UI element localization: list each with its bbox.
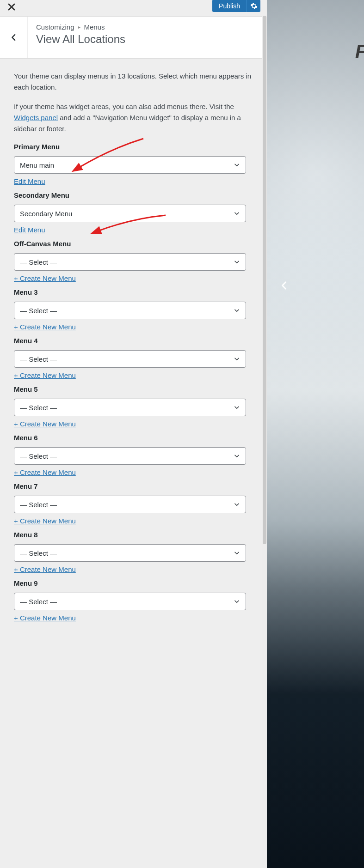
chevron-left-icon [10, 33, 18, 42]
edit-menu-link[interactable]: Edit Menu [14, 177, 45, 185]
menu-location-label: Menu 4 [14, 337, 253, 345]
menu-location-label: Menu 5 [14, 385, 253, 393]
menu-location: Menu 5— Select —+ Create New Menu [14, 385, 253, 428]
chevron-down-icon [234, 259, 240, 265]
chevron-down-icon [234, 210, 240, 217]
customizer-panel: Publish Customizing ▸ Menus View All Loc… [0, 0, 267, 868]
breadcrumb-current: Menus [84, 23, 105, 31]
menu-location-label: Primary Menu [14, 143, 253, 151]
chevron-down-icon [234, 307, 240, 314]
chevron-down-icon [234, 550, 240, 556]
select-value: — Select — [20, 549, 57, 557]
widgets-panel-link[interactable]: Widgets panel [14, 114, 58, 121]
panel-body: Your theme can display menus in 13 locat… [0, 59, 267, 868]
publish-button[interactable]: Publish [212, 0, 247, 12]
menu-location-select[interactable]: — Select — [14, 399, 246, 416]
breadcrumb-root: Customizing [36, 23, 74, 31]
chevron-down-icon [234, 404, 240, 411]
breadcrumb-separator-icon: ▸ [78, 24, 80, 30]
select-value: Secondary Menu [20, 210, 72, 218]
create-menu-link[interactable]: + Create New Menu [14, 274, 76, 282]
select-value: Menu main [20, 161, 54, 169]
intro-text: Your theme can display menus in 13 locat… [14, 71, 253, 134]
publish-settings-button[interactable] [247, 0, 260, 12]
preview-hero-image [267, 0, 364, 868]
menu-location-label: Menu 3 [14, 288, 253, 296]
publish-group: Publish [212, 0, 260, 12]
menu-location-select[interactable]: Menu main [14, 156, 246, 174]
select-value: — Select — [20, 258, 57, 266]
menu-location: Menu 7— Select —+ Create New Menu [14, 482, 253, 525]
select-value: — Select — [20, 355, 57, 363]
menu-location: Secondary MenuSecondary MenuEdit Menu [14, 191, 253, 234]
chevron-left-icon [279, 280, 290, 291]
menu-location: Menu 9— Select —+ Create New Menu [14, 579, 253, 622]
create-menu-link[interactable]: + Create New Menu [14, 323, 76, 331]
create-menu-link[interactable]: + Create New Menu [14, 614, 76, 622]
menu-location-select[interactable]: — Select — [14, 496, 246, 513]
intro-paragraph-1: Your theme can display menus in 13 locat… [14, 71, 253, 93]
menu-location-label: Menu 7 [14, 482, 253, 490]
select-value: — Select — [20, 307, 57, 315]
menu-location: Menu 4— Select —+ Create New Menu [14, 337, 253, 380]
close-button[interactable] [5, 0, 19, 14]
chevron-down-icon [234, 453, 240, 459]
panel-scrollbar[interactable] [262, 16, 267, 868]
menu-location-label: Menu 8 [14, 531, 253, 539]
menu-location: Off-Canvas Menu— Select —+ Create New Me… [14, 240, 253, 283]
create-menu-link[interactable]: + Create New Menu [14, 468, 76, 476]
close-icon [8, 3, 15, 11]
menu-location-select[interactable]: — Select — [14, 350, 246, 368]
create-menu-link[interactable]: + Create New Menu [14, 420, 76, 428]
chevron-down-icon [234, 501, 240, 508]
breadcrumb: Customizing ▸ Menus [36, 23, 125, 31]
menu-location-select[interactable]: — Select — [14, 593, 246, 610]
gear-icon [250, 2, 258, 10]
menu-location-select[interactable]: — Select — [14, 447, 246, 465]
panel-header: Customizing ▸ Menus View All Locations [0, 16, 267, 59]
chevron-down-icon [234, 356, 240, 362]
select-value: — Select — [20, 404, 57, 412]
chevron-down-icon [234, 162, 240, 168]
menu-location: Menu 8— Select —+ Create New Menu [14, 531, 253, 574]
menu-location-select[interactable]: Secondary Menu [14, 205, 246, 222]
menu-location-select[interactable]: — Select — [14, 544, 246, 562]
select-value: — Select — [20, 452, 57, 460]
menu-location-label: Menu 6 [14, 434, 253, 442]
menu-location-label: Secondary Menu [14, 191, 253, 199]
preview-logo-text: F [355, 41, 364, 63]
menu-location: Menu 3— Select —+ Create New Menu [14, 288, 253, 331]
site-preview: F [267, 0, 364, 868]
select-value: — Select — [20, 598, 57, 606]
preview-prev-button[interactable] [276, 277, 293, 294]
topbar: Publish [0, 0, 267, 16]
panel-scrollbar-thumb[interactable] [263, 16, 266, 544]
create-menu-link[interactable]: + Create New Menu [14, 371, 76, 379]
menu-location-label: Off-Canvas Menu [14, 240, 253, 248]
select-value: — Select — [20, 501, 57, 509]
edit-menu-link[interactable]: Edit Menu [14, 226, 45, 234]
menu-location-label: Menu 9 [14, 579, 253, 587]
intro-paragraph-2: If your theme has widget areas, you can … [14, 101, 253, 134]
back-button[interactable] [0, 17, 28, 58]
header-text: Customizing ▸ Menus View All Locations [28, 17, 134, 58]
menu-location: Primary MenuMenu mainEdit Menu [14, 143, 253, 186]
create-menu-link[interactable]: + Create New Menu [14, 565, 76, 573]
menu-location-select[interactable]: — Select — [14, 302, 246, 319]
menu-location-select[interactable]: — Select — [14, 253, 246, 271]
create-menu-link[interactable]: + Create New Menu [14, 517, 76, 525]
menu-location: Menu 6— Select —+ Create New Menu [14, 434, 253, 477]
page-title: View All Locations [36, 33, 125, 46]
chevron-down-icon [234, 598, 240, 605]
